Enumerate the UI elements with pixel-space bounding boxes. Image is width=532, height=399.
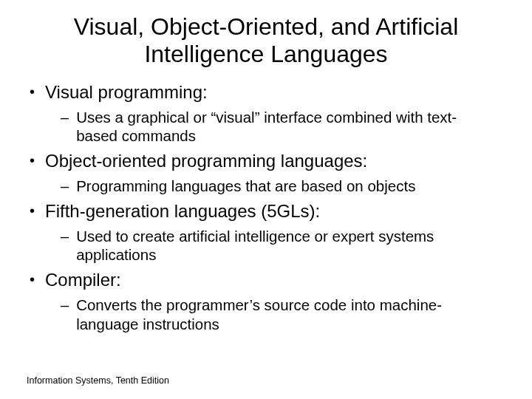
slide-title: Visual, Object-Oriented, and Artificial …	[27, 13, 505, 68]
sub-list: – Programming languages that are based o…	[61, 177, 505, 196]
dash-icon: –	[61, 177, 69, 196]
list-item: • Compiler: – Converts the programmer’s …	[30, 269, 505, 333]
sub-list: – Used to create artificial intelligence…	[61, 227, 505, 265]
list-item-text: Visual programming:	[45, 81, 208, 103]
bullet-icon: •	[30, 200, 35, 221]
sub-list-item-text: Uses a graphical or “visual” interface c…	[76, 108, 490, 146]
list-item-text: Compiler:	[45, 269, 121, 291]
dash-icon: –	[61, 227, 69, 246]
sub-list-item-text: Programming languages that are based on …	[76, 177, 415, 196]
list-item: • Visual programming: – Uses a graphical…	[30, 81, 505, 146]
sub-list: – Uses a graphical or “visual” interface…	[61, 108, 505, 146]
list-item: • Fifth-generation languages (5GLs): – U…	[30, 200, 505, 265]
sub-list-item-text: Used to create artificial intelligence o…	[76, 227, 490, 265]
slide: Visual, Object-Oriented, and Artificial …	[0, 0, 532, 399]
slide-footer: Information Systems, Tenth Edition	[27, 375, 169, 386]
sub-list-item-text: Converts the programmer’s source code in…	[76, 296, 490, 333]
dash-icon: –	[61, 296, 69, 315]
sub-list-item: – Used to create artificial intelligence…	[61, 227, 505, 265]
bullet-list: • Visual programming: – Uses a graphical…	[27, 81, 505, 334]
sub-list-item: – Converts the programmer’s source code …	[61, 296, 505, 333]
list-item-text: Object-oriented programming languages:	[45, 150, 367, 172]
bullet-icon: •	[30, 150, 35, 171]
sub-list-item: – Programming languages that are based o…	[61, 177, 505, 196]
bullet-icon: •	[30, 269, 35, 290]
list-item-text: Fifth-generation languages (5GLs):	[45, 200, 320, 222]
list-item: • Object-oriented programming languages:…	[30, 150, 505, 196]
dash-icon: –	[61, 108, 69, 127]
bullet-icon: •	[30, 81, 35, 102]
sub-list: – Converts the programmer’s source code …	[61, 296, 505, 333]
sub-list-item: – Uses a graphical or “visual” interface…	[61, 108, 505, 146]
